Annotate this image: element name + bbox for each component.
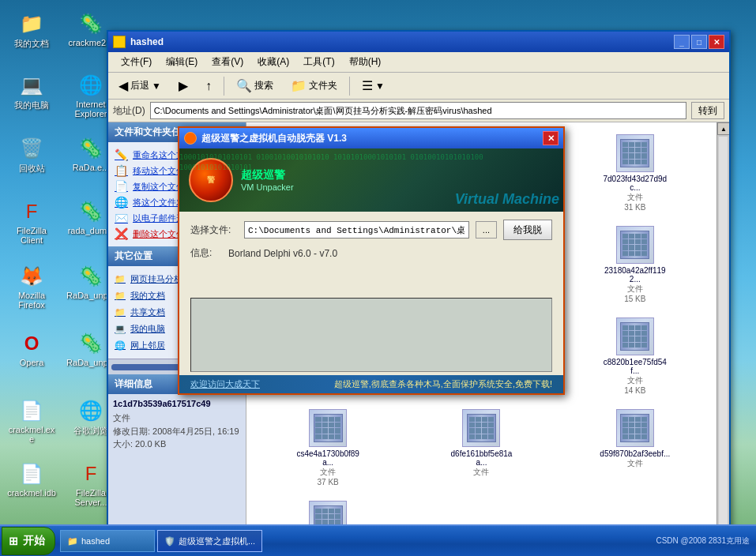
- crackmel-exe-icon: 📄: [19, 398, 44, 423]
- desktop-icon-crackmel-idb[interactable]: 📄 crackmel.idb: [4, 458, 59, 501]
- taskbar-vm-label: 超级巡警之虚拟机...: [179, 535, 255, 547]
- forward-button[interactable]: ▶: [171, 75, 195, 96]
- file-item[interactable]: cs4e4a1730b0f89a... 文件 37 KB: [253, 404, 403, 492]
- desktop-icon-crackmel-exe[interactable]: 📄 crackmel.exe: [4, 395, 59, 447]
- give-me-button[interactable]: 给我脱: [503, 220, 552, 240]
- file-size-2: 31 KB: [624, 203, 645, 212]
- help-menu[interactable]: 帮助(H): [343, 54, 388, 70]
- desktop-icon-firefox[interactable]: 🦊 Mozilla Firefox: [4, 261, 59, 313]
- location-2-label: 我的文档: [130, 290, 165, 302]
- search-button[interactable]: 🔍 搜索: [229, 75, 280, 96]
- start-label: 开始: [23, 534, 45, 548]
- file-thumb-grid-5: [620, 231, 649, 260]
- vm-dialog: 超级巡警之虚拟机自动脱壳器 V1.3 ✕ 警 超级巡警 VM Unpacker …: [178, 126, 565, 395]
- window-titlebar: hashed _ □ ✕: [108, 32, 729, 52]
- location-3-icon: 📁: [115, 307, 126, 317]
- file-thumb-5: [616, 226, 654, 264]
- file-type-2: 文件: [627, 192, 643, 203]
- desktop-icon-opera[interactable]: O Opera: [4, 328, 59, 370]
- rada-unp-icon: 🦠: [78, 264, 103, 289]
- location-3-label: 共享文档: [130, 306, 165, 318]
- rada-dump-icon: 🦠: [78, 199, 103, 224]
- file-menu[interactable]: 文件(F): [115, 54, 158, 70]
- back-icon: ◀: [118, 78, 128, 93]
- file-item[interactable]: 7d023fd43d27d9dc... 文件 31 KB: [560, 129, 710, 217]
- taskbar-tasks: 📁 hashed 🛡️ 超级巡警之虚拟机...: [55, 530, 649, 552]
- edit-menu[interactable]: 编辑(E): [160, 54, 204, 70]
- file-item[interactable]: d6fe161bbf5e81aa... 文件: [406, 404, 556, 492]
- opera-label: Opera: [20, 358, 44, 367]
- file-path-input[interactable]: [244, 221, 469, 239]
- my-docs-label: 我的文档: [14, 38, 49, 50]
- email-icon: ✉️: [115, 212, 128, 224]
- right-scrollbar[interactable]: ▲ ▼: [717, 122, 729, 550]
- detail-content: 1c1d7b3539a617517c49 文件 修改日期: 2008年4月25日…: [108, 394, 246, 456]
- rada-unp2-icon: 🦠: [78, 331, 103, 356]
- file-thumb-2: [616, 134, 654, 172]
- delete-icon: ❌: [115, 227, 128, 240]
- dialog-body: 选择文件: ... 给我脱 信息: Borland Delphi v6.0 - …: [179, 212, 563, 295]
- location-1-icon: 📁: [115, 274, 126, 284]
- rada-label: RaDa.e...: [73, 163, 109, 172]
- file-thumb-grid-10: [467, 414, 496, 443]
- start-button[interactable]: ⊞ 开始: [2, 527, 55, 555]
- view-menu[interactable]: 查看(V): [205, 54, 250, 70]
- locations-title: 其它位置: [115, 250, 152, 263]
- file-item[interactable]: c8820b1ee75fd54f... 文件 14 KB: [560, 312, 710, 400]
- tools-menu[interactable]: 工具(T): [297, 54, 340, 70]
- scroll-thumb: [719, 137, 728, 535]
- dialog-logo-inner: 警: [207, 175, 215, 185]
- my-computer-icon: 💻: [19, 73, 44, 98]
- folders-label: 文件夹: [309, 79, 337, 92]
- desktop: 📁 我的文档 🦠 crackme2... 💻 我的电脑 🌐 Internet E…: [0, 0, 756, 556]
- taskbar-vm[interactable]: 🛡️ 超级巡警之虚拟机...: [157, 530, 262, 552]
- toolbar: ◀ 后退 ▼ ▶ ↑ 🔍 搜索 📁 文件夹 ☰ ▼: [108, 73, 729, 100]
- google-label: 谷歌浏览: [73, 425, 108, 437]
- views-dropdown-icon: ▼: [375, 81, 385, 92]
- taskbar-hashed-icon: 📁: [67, 536, 78, 547]
- filezilla-server-icon: F: [78, 461, 103, 486]
- taskbar-hashed[interactable]: 📁 hashed: [60, 530, 155, 552]
- file-thumb-grid-11: [620, 414, 649, 443]
- opera-icon: O: [19, 331, 44, 356]
- minimize-button[interactable]: _: [674, 35, 690, 49]
- desktop-icon-my-docs[interactable]: 📁 我的文档: [4, 8, 59, 53]
- toolbar-separator-1: [224, 77, 224, 96]
- detail-title: 详细信息: [115, 378, 152, 391]
- footer-link[interactable]: 欢迎访问大成天下: [190, 378, 260, 390]
- favorites-menu[interactable]: 收藏(A): [251, 54, 295, 70]
- addressbar: 地址(D) 转到: [108, 100, 729, 122]
- folders-button[interactable]: 📁 文件夹: [284, 75, 344, 96]
- file-name-10: d6fe161bbf5e81aa...: [446, 449, 517, 467]
- window-controls: _ □ ✕: [674, 35, 724, 49]
- file-item[interactable]: d59f870b2af3eebf... 文件: [560, 404, 710, 492]
- close-button[interactable]: ✕: [709, 35, 724, 49]
- file-name-11: d59f870b2af3eebf...: [600, 449, 670, 458]
- file-name-5: 23180a42a2ff1192...: [600, 266, 671, 284]
- dialog-close-button[interactable]: ✕: [543, 131, 559, 145]
- desktop-icon-my-computer[interactable]: 💻 我的电脑: [4, 70, 59, 115]
- browse-button[interactable]: ...: [476, 221, 497, 239]
- rada-icon: 🦠: [78, 136, 103, 161]
- maximize-button[interactable]: □: [691, 35, 707, 49]
- file-size-5: 15 KB: [624, 295, 645, 303]
- move-icon: 📋: [115, 164, 128, 177]
- firefox-icon: 🦊: [19, 264, 44, 289]
- taskbar-tray: CSDN @2008 2831克用途: [649, 535, 756, 547]
- rename-icon: ✏️: [115, 148, 128, 161]
- up-button[interactable]: ↑: [198, 76, 219, 96]
- back-button[interactable]: ◀ 后退 ▼: [111, 75, 168, 96]
- desktop-icon-filezilla[interactable]: F FileZilla Client: [4, 196, 59, 248]
- info-row: 信息: Borland Delphi v6.0 - v7.0: [190, 246, 552, 260]
- file-item[interactable]: 23180a42a2ff1192... 文件 15 KB: [560, 220, 710, 309]
- scroll-up-arrow[interactable]: ▲: [717, 122, 729, 135]
- copy-icon: 📄: [115, 180, 128, 193]
- select-file-row: 选择文件: ... 给我脱: [190, 220, 552, 240]
- views-button[interactable]: ☰ ▼: [355, 75, 392, 96]
- address-input[interactable]: [150, 102, 686, 119]
- google-icon: 🌐: [78, 398, 103, 423]
- desktop-icon-recycle[interactable]: 🗑️ 回收站: [4, 133, 59, 178]
- dialog-titlebar: 超级巡警之虚拟机自动脱壳器 V1.3 ✕: [179, 128, 563, 148]
- file-thumb-inner-2: [617, 135, 653, 171]
- go-button[interactable]: 转到: [691, 102, 724, 119]
